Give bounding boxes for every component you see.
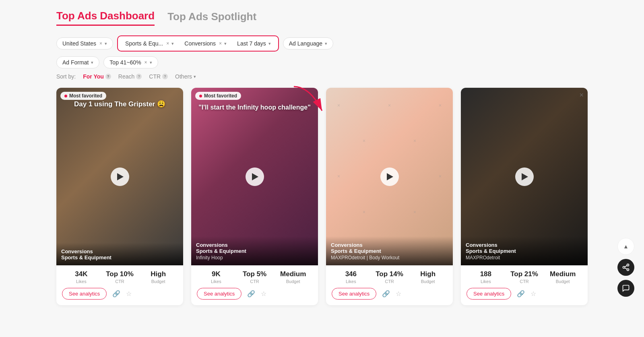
badge-label-2: Most favorited bbox=[204, 93, 237, 99]
card-brand-2: Infinity Hoop bbox=[196, 255, 313, 261]
stat-ctr-value-2: Top 5% bbox=[235, 270, 274, 278]
remove-country-icon[interactable]: × bbox=[99, 41, 102, 46]
sort-others[interactable]: Others ▾ bbox=[175, 73, 196, 80]
star-icon-2[interactable]: ☆ bbox=[261, 290, 266, 298]
link-icon-4[interactable]: 🔗 bbox=[517, 290, 525, 298]
card-brand-3: MAXPROdetroit | Body Workout bbox=[331, 255, 448, 261]
stat-budget-2: Medium Budget bbox=[274, 270, 312, 284]
sort-for-you[interactable]: For You ? bbox=[83, 73, 111, 80]
stat-ctr-label-3: CTR bbox=[370, 279, 409, 284]
filter-objective[interactable]: Conversions × ▾ bbox=[181, 39, 230, 48]
sort-row: Sort by: For You ? Reach ? CTR ? Others … bbox=[56, 73, 588, 80]
period-label: Last 7 days bbox=[237, 40, 266, 47]
card-title-overlay-2: "I'll start the Infinity hoop challenge" bbox=[191, 104, 318, 111]
stat-ctr-value-3: Top 14% bbox=[370, 270, 409, 278]
remove-industry-icon[interactable]: × bbox=[166, 41, 169, 46]
play-button-3[interactable] bbox=[380, 167, 399, 186]
filter-top-range[interactable]: Top 41~60% × ▾ bbox=[103, 56, 158, 68]
play-button-2[interactable] bbox=[246, 167, 264, 186]
stat-likes-value-3: 346 bbox=[332, 270, 370, 278]
see-analytics-btn-3[interactable]: See analytics bbox=[332, 288, 376, 300]
stat-budget-value-4: Medium bbox=[543, 270, 582, 278]
card-subcategory-4: Sports & Equipment bbox=[466, 248, 583, 254]
card-bottom-overlay-4: Conversions Sports & Equipment MAXPROdet… bbox=[461, 236, 588, 265]
card-thumb-2[interactable]: Most favorited "I'll start the Infinity … bbox=[191, 88, 318, 265]
stat-likes-label-3: Likes bbox=[332, 279, 370, 284]
sort-ctr-label: CTR bbox=[149, 73, 161, 80]
card-category-1: Conversions bbox=[61, 248, 178, 254]
stat-ctr-value-4: Top 21% bbox=[505, 270, 544, 278]
stat-ctr-label-4: CTR bbox=[505, 279, 544, 284]
country-chevron-icon: ▾ bbox=[105, 41, 107, 46]
actions-row-3: See analytics 🔗 ☆ bbox=[326, 284, 453, 305]
filter-industry[interactable]: Sports & Equ... × ▾ bbox=[122, 39, 177, 48]
stat-budget-label-2: Budget bbox=[274, 279, 312, 284]
stat-ctr-value-1: Top 10% bbox=[101, 270, 139, 278]
ctr-info-icon[interactable]: ? bbox=[162, 74, 168, 79]
svg-line-5 bbox=[625, 265, 627, 267]
see-analytics-btn-4[interactable]: See analytics bbox=[466, 288, 511, 300]
card-bottom-overlay-3: Conversions Sports & Equipment MAXPROdet… bbox=[326, 236, 453, 265]
star-icon-4[interactable]: ☆ bbox=[530, 290, 536, 298]
card-thumb-4[interactable]: × Conversions Sports & Equipment MAXPROd… bbox=[461, 88, 588, 265]
card-subcategory-2: Sports & Equipment bbox=[196, 248, 313, 254]
card-subcategory-3: Sports & Equipment bbox=[331, 248, 448, 254]
industry-chevron-icon: ▾ bbox=[171, 41, 174, 46]
actions-row-4: See analytics 🔗 ☆ bbox=[461, 284, 588, 305]
remove-objective-icon[interactable]: × bbox=[219, 41, 222, 46]
badge-dot-2 bbox=[199, 95, 202, 97]
stat-likes-1: 34K Likes bbox=[62, 270, 101, 284]
filter-period[interactable]: Last 7 days ▾ bbox=[234, 39, 274, 48]
card-thumb-3[interactable]: × × × × × × × × × bbox=[326, 88, 453, 265]
tab-spotlight[interactable]: Top Ads Spotlight bbox=[167, 10, 256, 25]
top-range-chevron-icon: ▾ bbox=[150, 60, 152, 65]
country-label: United States bbox=[62, 40, 96, 47]
stat-ctr-2: Top 5% CTR bbox=[235, 270, 274, 284]
stat-likes-value-1: 34K bbox=[62, 270, 101, 278]
actions-row-1: See analytics 🔗 ☆ bbox=[56, 284, 183, 305]
ad-card-4: × Conversions Sports & Equipment MAXPROd… bbox=[461, 88, 588, 305]
for-you-info-icon[interactable]: ? bbox=[105, 74, 111, 79]
stats-row-1: 34K Likes Top 10% CTR High Budget bbox=[56, 265, 183, 284]
stats-row-2: 9K Likes Top 5% CTR Medium Budget bbox=[191, 265, 318, 284]
stat-likes-value-4: 188 bbox=[466, 270, 505, 278]
tab-dashboard[interactable]: Top Ads Dashboard bbox=[56, 10, 155, 26]
play-button-4[interactable] bbox=[515, 167, 534, 186]
sort-reach[interactable]: Reach ? bbox=[118, 73, 142, 80]
star-icon-3[interactable]: ☆ bbox=[396, 290, 401, 298]
play-button-1[interactable] bbox=[111, 167, 129, 186]
link-icon-2[interactable]: 🔗 bbox=[247, 290, 255, 298]
stats-row-3: 346 Likes Top 14% CTR High Budget bbox=[326, 265, 453, 284]
card-thumb-1[interactable]: Most favorited Day 1 using The Gripster … bbox=[56, 88, 183, 265]
card-brand-4: MAXPROdetroit bbox=[466, 255, 583, 261]
star-icon-1[interactable]: ☆ bbox=[126, 290, 132, 298]
chat-button[interactable] bbox=[617, 280, 634, 297]
stat-budget-value-3: High bbox=[409, 270, 447, 278]
stat-ctr-label-2: CTR bbox=[235, 279, 274, 284]
filter-country[interactable]: United States × ▾ bbox=[56, 37, 113, 50]
link-icon-3[interactable]: 🔗 bbox=[382, 290, 390, 298]
link-icon-1[interactable]: 🔗 bbox=[112, 290, 120, 298]
see-analytics-btn-1[interactable]: See analytics bbox=[62, 288, 107, 300]
see-analytics-btn-2[interactable]: See analytics bbox=[197, 288, 242, 300]
sort-for-you-label: For You bbox=[83, 73, 104, 80]
stat-ctr-3: Top 14% CTR bbox=[370, 270, 409, 284]
stat-ctr-4: Top 21% CTR bbox=[505, 270, 544, 284]
reach-info-icon[interactable]: ? bbox=[136, 74, 142, 79]
badge-dot-1 bbox=[64, 95, 67, 97]
filter-ad-language[interactable]: Ad Language ▾ bbox=[283, 37, 333, 50]
ad-card-2: Most favorited "I'll start the Infinity … bbox=[191, 88, 318, 305]
filter-ad-format[interactable]: Ad Format ▾ bbox=[56, 56, 99, 68]
sort-reach-label: Reach bbox=[118, 73, 134, 80]
sort-ctr[interactable]: CTR ? bbox=[149, 73, 168, 80]
stat-likes-4: 188 Likes bbox=[466, 270, 505, 284]
close-corner-4[interactable]: × bbox=[579, 91, 584, 99]
stats-row-4: 188 Likes Top 21% CTR Medium Budget bbox=[461, 265, 588, 284]
remove-top-range-icon[interactable]: × bbox=[144, 60, 147, 65]
objective-label: Conversions bbox=[184, 40, 216, 47]
stat-ctr-label-1: CTR bbox=[101, 279, 139, 284]
most-favorited-badge-1: Most favorited bbox=[60, 92, 106, 100]
scroll-up-button[interactable]: ▲ bbox=[617, 238, 634, 255]
stat-likes-value-2: 9K bbox=[197, 270, 235, 278]
share-button[interactable] bbox=[617, 259, 634, 276]
